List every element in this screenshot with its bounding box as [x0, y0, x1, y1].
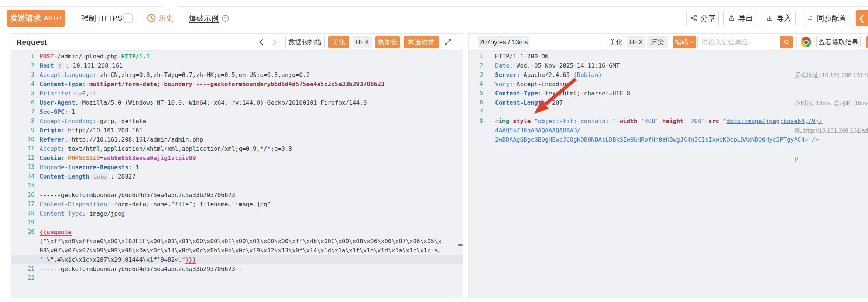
line-number: 16: [11, 190, 34, 200]
top-divider: [0, 6, 868, 7]
blast-example-link[interactable]: 爆破示例: [189, 10, 219, 27]
active-tab-notch: [162, 6, 178, 7]
response-panel-header: 207bytes / 13ms 美化 HEX 渲染 编码: [469, 34, 868, 51]
encode-dropdown-button[interactable]: 编码: [673, 36, 696, 48]
meta-line-timing: 应时间: 13ms; 总耗时: 16ms; U: [795, 98, 868, 108]
sync-config-button[interactable]: 同步配置: [804, 10, 848, 26]
construct-request-button[interactable]: 构造请求: [404, 36, 439, 48]
line-number: 12: [11, 153, 34, 163]
code-line: 5Priority:·u=0,·i: [11, 89, 463, 98]
toolbar-divider: [138, 13, 138, 23]
toolbar-divider-2: [800, 13, 800, 23]
code-line: 19: [11, 218, 463, 227]
line-number: 2: [11, 61, 34, 70]
search-button[interactable]: [780, 36, 793, 48]
chrome-icon-ring: [804, 40, 809, 45]
code-line: 4Content-Type:·multipart/form-data;·boun…: [11, 79, 463, 89]
export-icon: [728, 14, 735, 22]
line-number: [11, 246, 34, 255]
history-link[interactable]: 历史: [159, 10, 174, 27]
hot-reload-button[interactable]: 热加载: [375, 36, 400, 48]
code-line: 8Accept-Encoding:·gzip,·deflate: [11, 116, 463, 126]
code-line: 17Content-Disposition:·form-data;·name="…: [11, 200, 463, 209]
line-number: 10: [11, 135, 34, 144]
line-number: 19: [11, 218, 34, 227]
line-number: 2: [469, 61, 483, 70]
line-number: 4: [11, 79, 34, 89]
send-request-button[interactable]: 发送请求 Alt+↵: [7, 10, 65, 27]
line-number: 7: [11, 107, 34, 116]
code-line: 1POST·/admin/upload.php·HTTP/1.1: [11, 52, 463, 61]
packet-scan-button[interactable]: 数据包扫描: [285, 36, 325, 48]
clipped-orange-button[interactable]: [866, 36, 868, 48]
request-editor-scroll-thumb[interactable]: [458, 244, 463, 246]
request-panel-header: Request 数据包扫描 美化 HEX 热加载 构造请求: [11, 34, 463, 51]
search-icon: [783, 39, 790, 45]
response-panel: 207bytes / 13ms 美化 HEX 渲染 编码: [468, 33, 868, 298]
web-fuzzer-screen: 发送请求 Alt+↵ 强制 HTTPS 历史 爆破示例 ? 分享 导出: [0, 0, 868, 302]
line-number: 3: [469, 70, 483, 79]
request-panel-title: Request: [16, 34, 47, 51]
line-number: 14: [11, 172, 34, 181]
code-line: 21------geckoformboundaryb6d6d4d575ea4a5…: [11, 264, 463, 274]
import-icon: [766, 14, 773, 22]
sync-icon: [806, 14, 814, 22]
encode-label: 编码: [675, 38, 688, 47]
line-number: 18: [11, 209, 34, 218]
export-label: 导出: [738, 13, 753, 23]
line-number: 8: [11, 116, 34, 126]
line-number: 7: [469, 107, 483, 116]
import-button[interactable]: 导入: [762, 10, 796, 26]
force-https-checkbox[interactable]: [123, 13, 133, 23]
view-extract-results-button[interactable]: 查看提取结果: [816, 36, 861, 48]
request-beautify-button[interactable]: 美化: [328, 36, 349, 48]
line-number: [11, 237, 34, 246]
code-line: 6User-Agent:·Mozilla/5.0·(Windows·NT·10.…: [11, 98, 463, 107]
open-in-browser-chrome-icon[interactable]: [801, 37, 811, 47]
line-number: 11: [11, 144, 34, 153]
code-line: 16------geckoformboundaryb6d6d4d575ea4a5…: [11, 190, 463, 200]
code-line: 10Referer:·http://10.161.208.161/admin/a…: [11, 135, 463, 144]
collapse-arrow: ❮: [859, 14, 865, 23]
request-editor-scrollbar-track: [457, 51, 457, 298]
send-request-label: 发送请求: [10, 13, 41, 23]
meta-line-remote-addr: 远端地址: 10.161.208.161:80; 响: [795, 71, 868, 80]
import-label: 导入: [777, 13, 792, 23]
collapse-panel-toggle[interactable]: ❮: [856, 10, 868, 26]
code-line: 11Accept:·text/html,application/xhtml+xm…: [11, 144, 463, 153]
response-meta-info: 远端地址: 10.161.208.161:80; 响 应时间: 13ms; 总耗…: [795, 52, 868, 181]
request-hex-button[interactable]: HEX: [353, 36, 372, 48]
history-prev-icon[interactable]: [257, 38, 266, 47]
code-line: '·\",#\x1c\x1c\x287\x29,01444\x1f'9=82<.…: [11, 255, 463, 264]
share-nodes-icon: [690, 14, 697, 22]
header-divider: [796, 37, 797, 47]
line-number: 1: [11, 52, 34, 61]
line-number: 17: [11, 200, 34, 209]
code-line: 12Cookie:·PHPSESSID=sob9m9583evsa0ajig1v…: [11, 153, 463, 163]
locate-response-input[interactable]: [697, 36, 780, 48]
code-line: 20{{unquote: [11, 227, 463, 237]
response-hex-button[interactable]: HEX: [627, 36, 645, 48]
share-button[interactable]: 分享: [686, 10, 719, 26]
response-render-button[interactable]: 渲染: [647, 36, 668, 48]
line-number: 13: [11, 163, 34, 172]
request-editor[interactable]: 1POST·/admin/upload.php·HTTP/1.12Host?:·…: [11, 51, 463, 298]
history-clock-icon: [147, 14, 156, 23]
code-line: 15: [11, 181, 463, 190]
code-line: 3Accept-Language:·zh-CN,zh;q=0.8,zh-TW;q…: [11, 70, 463, 79]
code-line: 14Content-Lengthauto:·20827: [11, 172, 463, 181]
line-number: 3: [11, 70, 34, 79]
line-number: 9: [11, 126, 34, 135]
expand-fullscreen-icon[interactable]: [444, 38, 452, 46]
line-number: 21: [11, 264, 34, 274]
line-number: [11, 255, 34, 264]
export-button[interactable]: 导出: [723, 10, 757, 26]
code-line: 7Sec-GPC:·1: [11, 107, 463, 116]
code-line: 08\x07\x07\x07\x09\x09\x08\x0a\x0c\x14\x…: [11, 246, 463, 255]
response-beautify-button[interactable]: 美化: [607, 36, 625, 48]
code-line: ("\xff\xd8\xff\xe0\x00\x10JFIF\x00\x01\x…: [11, 237, 463, 246]
force-https-label: 强制 HTTPS: [81, 10, 122, 27]
history-next-icon[interactable]: [270, 38, 279, 47]
question-circle-icon: ?: [222, 14, 229, 22]
code-line: 2Host?:·10.161.208.161: [11, 61, 463, 70]
